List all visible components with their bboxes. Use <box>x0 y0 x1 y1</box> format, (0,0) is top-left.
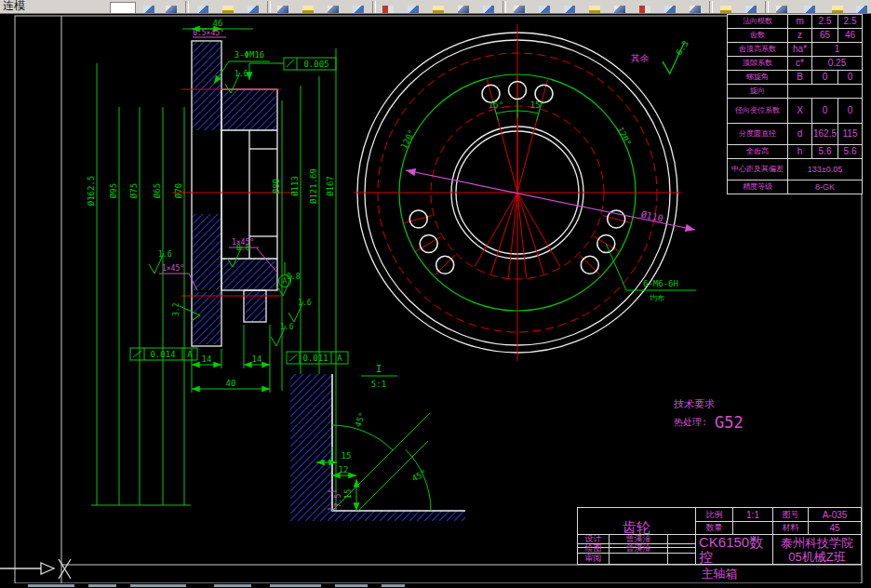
toolbar-icon[interactable] <box>772 2 792 14</box>
class-name: 05机械Z班 <box>788 550 845 564</box>
roughness: 0.8 <box>236 244 250 252</box>
roughness: 1.6 <box>234 70 248 78</box>
top-toolbar: 连模 <box>0 0 871 14</box>
toolbar-icon[interactable] <box>379 2 398 14</box>
gdt-tolerance: 0.005 <box>303 60 328 69</box>
toolbar-icon[interactable] <box>324 2 343 14</box>
gear-parameter-table[interactable]: 法向模数 m 2.5 2.5 齿数 z 65 46 齿顶高系数 ha* 1 顶隙… <box>727 14 863 194</box>
tech-line-value: G52 <box>715 413 744 432</box>
toolbar-icon[interactable] <box>454 2 474 14</box>
param-value: 46 <box>838 29 863 43</box>
toolbar-icon[interactable] <box>429 2 449 14</box>
param-value: 2.5 <box>811 15 838 29</box>
param-value: 8-GK <box>788 180 863 194</box>
param-value: 65 <box>811 29 838 43</box>
course-name: CK6150数控 <box>695 534 773 565</box>
toolbar-icon[interactable] <box>140 2 159 14</box>
toolbar-icon[interactable] <box>661 2 680 14</box>
detail-dim: 12 <box>339 465 349 474</box>
toolbar-icon[interactable] <box>828 2 848 14</box>
qty-label: 数量 <box>695 521 733 535</box>
param-value: 0 <box>838 71 863 85</box>
toolbar-icon[interactable] <box>742 2 761 14</box>
others-roughness: 6.3 <box>674 39 690 57</box>
roughness: 1.6 <box>298 299 312 307</box>
toolbar-icon[interactable] <box>274 2 293 14</box>
drawing-no-value: A-035 <box>808 507 862 522</box>
drawing-no-label: 图号 <box>772 507 809 522</box>
toolbar-icon[interactable] <box>535 2 555 14</box>
param-symbol: z <box>788 29 812 43</box>
param-symbol: X <box>788 99 812 124</box>
param-symbol: d <box>788 124 812 145</box>
toolbar-icon[interactable] <box>560 2 580 14</box>
param-label: 顶隙系数 <box>728 57 788 71</box>
param-value: 5.6 <box>838 145 863 159</box>
param-value: 162.5 <box>811 124 838 145</box>
toolbar-icon[interactable] <box>852 2 871 14</box>
toolbar-icon[interactable] <box>585 2 605 14</box>
angle-dim: 120° <box>399 128 417 151</box>
dim-14b: 14 <box>252 354 262 364</box>
material-label: 材料 <box>772 521 809 535</box>
param-value: 5.6 <box>811 145 838 159</box>
param-value: 0 <box>811 71 838 85</box>
dim-dia: Ø162.5 <box>87 176 96 207</box>
roughness: 1.6 <box>158 250 172 259</box>
chamfer-note: 1×45° <box>162 264 184 273</box>
toolbar-combo[interactable] <box>110 2 136 14</box>
front-view: 15° 15° 120° 120° 6-M6-6H 均布 Ø110 <box>354 24 696 361</box>
param-label: 分度圆直径 <box>728 124 788 145</box>
toolbar-icon[interactable] <box>717 2 736 14</box>
dim-dia: Ø65 <box>153 183 162 198</box>
param-label: 齿顶高系数 <box>728 43 788 57</box>
toolbar-icon[interactable] <box>219 2 238 14</box>
dim-dia: Ø75 <box>129 183 139 198</box>
param-label: 齿数 <box>728 29 788 43</box>
param-value: 133±0.05 <box>788 159 863 180</box>
toolbar-separator <box>372 1 376 13</box>
title-block[interactable]: 齿轮 比例 1:1 图号 A-035 数量 材料 45 设计 曾溪淦 绘图 曾溪… <box>577 520 862 583</box>
toolbar-icon[interactable] <box>479 2 499 14</box>
toolbar-icon[interactable] <box>244 2 263 14</box>
toolbar-separator <box>502 1 506 13</box>
ucs-icon <box>0 559 71 579</box>
toolbar-icon[interactable] <box>610 2 630 14</box>
toolbar-icon[interactable] <box>636 2 655 14</box>
chamfer-note: 0.5×45° <box>193 29 224 37</box>
gdt-datum: A <box>337 354 342 363</box>
toolbar-separator <box>267 1 271 13</box>
roughness: 1.6 <box>280 323 294 331</box>
param-value <box>788 85 863 99</box>
dim-dia: Ø70 <box>174 183 183 198</box>
roughness: 3.2 <box>172 302 181 316</box>
param-value: 2.5 <box>838 15 863 29</box>
toolbar-icon[interactable] <box>194 2 213 14</box>
param-symbol: c* <box>788 57 812 71</box>
param-value: 0 <box>838 99 863 124</box>
general-roughness-note: 其余 6.3 <box>631 39 690 74</box>
bolt-note-line2: 均布 <box>649 294 664 302</box>
toolbar-icon[interactable] <box>404 2 423 14</box>
others-label: 其余 <box>631 53 650 63</box>
assembly-name: 主轴箱 <box>577 564 862 583</box>
toolbar-icon[interactable] <box>686 2 705 14</box>
param-value: 0 <box>811 99 838 124</box>
toolbar-icon[interactable] <box>800 2 820 14</box>
tech-requirements: 技术要求 热处理: G52 <box>674 398 744 432</box>
detail-scale: 5:1 <box>371 380 386 389</box>
detail-dim: 15 <box>342 451 352 461</box>
toolbar-icon[interactable] <box>349 2 368 14</box>
command-line-strip[interactable] <box>0 583 871 588</box>
bolt-circle-dia: Ø110 <box>640 209 664 224</box>
toolbar-icon[interactable] <box>510 2 529 14</box>
dim-14a: 14 <box>202 354 212 364</box>
material-value: 45 <box>808 521 862 535</box>
toolbar-icon[interactable] <box>299 2 318 14</box>
param-value: 1 <box>811 43 862 57</box>
param-label: 径向变位系数 <box>728 99 788 124</box>
toolbar-icon[interactable] <box>162 2 181 14</box>
dim-width: 46 <box>213 19 223 28</box>
param-value: 115 <box>838 124 863 145</box>
param-symbol: B <box>788 71 812 85</box>
